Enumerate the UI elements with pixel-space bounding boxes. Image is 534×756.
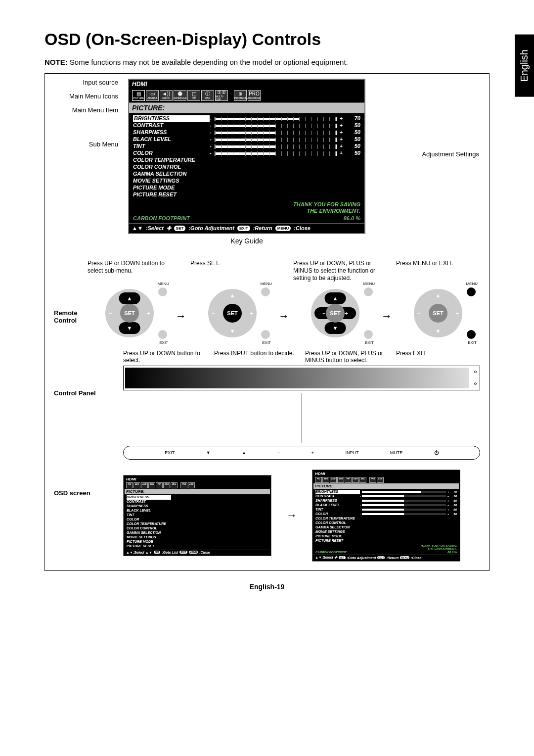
- remote-menu-button: [364, 287, 373, 296]
- osd-info-line2: THE ENVIRONMENT.: [133, 208, 360, 214]
- panel-caption: Press UP or DOWN button to select.: [123, 350, 207, 364]
- osd-main-menu-icons: ▤PICTURE▭ADJUST◄))AUDIO⌚SCHEDULE◫PIPⓘOSD…: [129, 89, 364, 102]
- osd-item-color-temperature: COLOR TEMPERATURE: [133, 157, 360, 164]
- osd-icon-adjust: ▭ADJUST: [146, 90, 159, 101]
- osd-environment-info: THANK YOU FOR SAVING THE ENVIRONMENT. CA…: [133, 201, 360, 222]
- osd-icon-schedule: ⌚SCHEDULE: [174, 90, 186, 101]
- panel-btn-▲: ▲: [242, 450, 246, 455]
- panel-btn-+: +: [312, 450, 314, 455]
- osd-item-brightness: BRIGHTNESS-+70: [133, 115, 360, 122]
- callout-main-menu-icons: Main Menu Icons: [54, 93, 118, 100]
- note-text: Some functions may not be available depe…: [70, 58, 348, 66]
- kg-exit-pill: EXIT: [237, 226, 250, 231]
- remote-menu-button: [261, 287, 270, 296]
- panel-caption: Press EXIT: [396, 350, 480, 364]
- language-tab: English: [515, 35, 534, 97]
- label-control-panel: Control Panel: [54, 350, 123, 397]
- dpad-down-icon: ▼: [119, 322, 140, 334]
- mini-osd-adjust: HDMIPICADJAUDSCHPIPOSDMULPROADVPICTURE:B…: [312, 470, 460, 562]
- kg-plus-icon: ✚: [167, 225, 171, 232]
- main-diagram-frame: Input source Main Menu Icons Main Menu I…: [44, 73, 490, 571]
- panel-btn-input: INPUT: [345, 450, 358, 455]
- flow-arrow-icon: →: [278, 310, 289, 323]
- flow-line-down: [302, 393, 302, 443]
- dpad-down-icon: ▼: [325, 322, 346, 334]
- osd-icon-multi-dsp: ①②MULTI-DSP: [215, 90, 228, 101]
- remote-exit-button: [467, 330, 476, 339]
- monitor-gradient: [125, 368, 469, 388]
- remote-step-2: Press SET.▲▼−+SETMENUEXIT: [190, 260, 274, 338]
- remote-step-3: Press UP or DOWN, PLUS or MINUS to selec…: [293, 260, 377, 338]
- osd-item-gamma-selection: GAMMA SELECTION: [133, 171, 360, 178]
- label-osd-screen: OSD screen: [54, 470, 123, 497]
- osd-item-sharpness: SHARPNESS-+50: [133, 129, 360, 136]
- callout-key-guide: Key Guide: [128, 237, 365, 245]
- osd-menu-body: BRIGHTNESS-+70CONTRAST-+50SHARPNESS-+50B…: [129, 113, 364, 223]
- osd-icon-pip: ◫PIP: [187, 90, 200, 101]
- panel-btn-exit: EXIT: [165, 450, 175, 455]
- dpad-up-icon: ▲: [436, 292, 441, 298]
- callout-main-menu-item: Main Menu Item: [54, 106, 118, 114]
- mini-osd-list: HDMIPICADJAUDSCHPIPOSDMULPROADVPICTURE:B…: [123, 475, 271, 556]
- osd-carbon-value: 86.0 %: [344, 215, 360, 222]
- dpad-set-button: SET: [223, 304, 242, 323]
- page-number: English-19: [44, 583, 490, 591]
- osd-icon-picture: ▤PICTURE: [132, 90, 145, 101]
- panel-caption: Press INPUT button to decide.: [214, 350, 298, 364]
- dpad-up-icon: ▲: [119, 292, 140, 304]
- remote-dpad: ▲▼−+SETMENUEXIT: [311, 288, 360, 338]
- dpad-left-icon: −: [417, 310, 420, 316]
- remote-dpad: ▲▼−+SETMENUEXIT: [208, 288, 257, 338]
- osd-item-movie-settings: MOVIE SETTINGS: [133, 178, 360, 185]
- panel-btn-mute: MUTE: [390, 450, 403, 455]
- dpad-right-icon: +: [147, 310, 150, 316]
- dpad-set-button: SET: [120, 304, 139, 323]
- dpad-right-icon: +: [250, 310, 253, 316]
- kg-menu-pill: MENU: [275, 226, 291, 231]
- osd-item-picture-mode: PICTURE MODE: [133, 185, 360, 191]
- remote-step-1: Press UP or DOWN button to select sub-me…: [88, 260, 172, 338]
- flow-arrow-icon: →: [286, 509, 297, 522]
- dpad-left-icon: −: [212, 310, 215, 316]
- flow-arrow-icon: →: [176, 310, 186, 323]
- control-panel-buttons: EXIT▼▲−+INPUTMUTE⏻: [123, 446, 480, 460]
- callout-sub-menu: Sub Menu: [54, 141, 118, 148]
- remote-dpad: ▲▼−+SETMENUEXIT: [413, 288, 463, 338]
- panel-btn-⏻: ⏻: [434, 450, 439, 455]
- left-callouts: Input source Main Menu Icons Main Menu I…: [54, 79, 118, 154]
- monitor-side-buttons: [471, 366, 480, 390]
- monitor-top-diagram: [123, 366, 480, 390]
- page-title: OSD (On-Screen-Display) Controls: [44, 30, 490, 49]
- note-line: NOTE: Some functions may not be availabl…: [44, 58, 490, 66]
- panel-btn-▼: ▼: [206, 450, 211, 455]
- note-label: NOTE:: [44, 58, 68, 66]
- osd-icon-advanced: PROADVANCED: [248, 90, 261, 101]
- remote-exit-button: [261, 330, 270, 339]
- callout-adjustment-settings: Adjustment Settings: [422, 150, 479, 158]
- flow-arrow-icon: →: [381, 310, 392, 323]
- dpad-up-icon: ▲: [230, 292, 235, 298]
- kg-set-pill: SET: [174, 226, 186, 231]
- panel-btn-−: −: [277, 450, 280, 455]
- remote-exit-button: [364, 330, 373, 339]
- osd-item-contrast: CONTRAST-+50: [133, 122, 360, 129]
- osd-info-line1: THANK YOU FOR SAVING: [133, 201, 360, 208]
- remote-exit-button: [158, 330, 167, 339]
- dpad-set-button: SET: [429, 304, 447, 323]
- osd-icon-protect: ⊕PROTECT: [234, 90, 247, 101]
- dpad-down-icon: ▼: [436, 328, 441, 334]
- dpad-right-icon: +: [456, 310, 459, 316]
- osd-key-guide: ▲▼:Select ✚ SET:Goto Adjustment EXIT:Ret…: [129, 223, 364, 233]
- panel-caption: Press UP or DOWN, PLUS or MINUS button t…: [305, 350, 389, 364]
- osd-screenshot-main: HDMI ▤PICTURE▭ADJUST◄))AUDIO⌚SCHEDULE◫PI…: [128, 79, 365, 234]
- osd-icon-audio: ◄))AUDIO: [160, 90, 173, 101]
- osd-item-color: COLOR-+50: [133, 150, 360, 157]
- dpad-up-icon: ▲: [325, 292, 346, 304]
- remote-menu-button: [158, 287, 167, 296]
- osd-input-source: HDMI: [129, 80, 364, 89]
- dpad-set-button: SET: [326, 304, 345, 323]
- callout-input-source: Input source: [54, 79, 118, 86]
- osd-icon-osd: ⓘOSD: [201, 90, 214, 101]
- kg-updown-icon: ▲▼: [132, 225, 143, 231]
- remote-dpad: ▲▼−+SETMENUEXIT: [105, 288, 154, 338]
